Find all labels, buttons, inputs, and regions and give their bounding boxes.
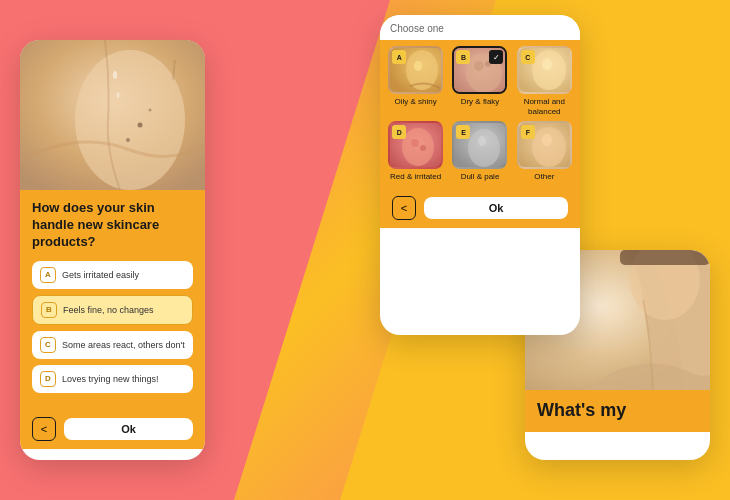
skin-types-card: Choose one A	[380, 15, 580, 335]
skin-type-item-b[interactable]: B ✓ Dry & flaky	[450, 46, 509, 116]
option-text-b: Feels fine, no changes	[63, 305, 154, 315]
opt-label-e: E	[456, 125, 470, 139]
checkmark-b: ✓	[489, 50, 503, 64]
svg-point-5	[126, 138, 130, 142]
opt-label-b: B	[456, 50, 470, 64]
skin-type-item-c[interactable]: C Normal and balanced	[515, 46, 574, 116]
option-label-d: D	[40, 371, 56, 387]
card1-back-button[interactable]: <	[32, 417, 56, 441]
option-text-c: Some areas react, others don't	[62, 340, 185, 350]
card2-ok-button[interactable]: Ok	[424, 197, 568, 219]
skincare-quiz-card: How does your skin handle new skincare p…	[20, 40, 205, 460]
svg-point-23	[478, 136, 486, 146]
skin-type-item-e[interactable]: E Dull & pale	[450, 121, 509, 182]
skin-type-label-b: Dry & flaky	[461, 97, 500, 107]
skin-type-label-e: Dull & pale	[461, 172, 500, 182]
svg-point-18	[402, 128, 434, 166]
svg-point-1	[75, 50, 185, 190]
option-label-c: C	[40, 337, 56, 353]
card2-back-button[interactable]: <	[392, 196, 416, 220]
option-text-d: Loves trying new things!	[62, 374, 159, 384]
svg-point-19	[411, 139, 419, 147]
svg-point-22	[468, 129, 500, 167]
skin-type-label-a: Oily & shiny	[395, 97, 437, 107]
svg-point-26	[542, 134, 552, 146]
card2-nav: < Ok	[380, 188, 580, 228]
skin-type-item-a[interactable]: A Oily & shiny	[386, 46, 445, 116]
skin-type-img-e: E	[452, 121, 507, 169]
card1-ok-button[interactable]: Ok	[64, 418, 193, 440]
choose-header: Choose one	[380, 15, 580, 40]
card1-content: How does your skin handle new skincare p…	[20, 190, 205, 409]
svg-point-3	[117, 92, 120, 98]
option-label-a: A	[40, 267, 56, 283]
opt-label-c: C	[521, 50, 535, 64]
svg-point-2	[113, 71, 117, 79]
skin-type-img-b: B ✓	[452, 46, 507, 94]
skin-photo-section	[20, 40, 205, 190]
whats-my-text: What's my	[537, 400, 698, 422]
answer-option-d[interactable]: D Loves trying new things!	[32, 365, 193, 393]
card1-question: How does your skin handle new skincare p…	[32, 200, 193, 251]
skin-type-label-d: Red & irritated	[390, 172, 441, 182]
choose-label: Choose one	[390, 23, 444, 34]
svg-point-12	[474, 61, 484, 71]
card3-bottom: What's my	[525, 390, 710, 432]
cards-container: How does your skin handle new skincare p…	[0, 0, 730, 500]
skin-type-label-f: Other	[534, 172, 554, 182]
opt-label-d: D	[392, 125, 406, 139]
skin-types-grid: A Oily & shiny	[380, 40, 580, 188]
skin-type-img-c: C	[517, 46, 572, 94]
svg-point-6	[149, 109, 152, 112]
answer-option-a[interactable]: A Gets irritated easily	[32, 261, 193, 289]
skin-type-item-d[interactable]: D Red & irritated	[386, 121, 445, 182]
svg-point-9	[414, 61, 422, 71]
svg-point-25	[532, 127, 566, 167]
svg-point-16	[542, 58, 552, 70]
svg-point-4	[138, 123, 143, 128]
opt-label-f: F	[521, 125, 535, 139]
answer-option-c[interactable]: C Some areas react, others don't	[32, 331, 193, 359]
skin-silhouette-svg	[20, 40, 205, 190]
answer-option-b[interactable]: B Feels fine, no changes	[32, 295, 193, 325]
skin-type-item-f[interactable]: F Other	[515, 121, 574, 182]
card1-nav: < Ok	[20, 409, 205, 449]
skin-type-img-a: A	[388, 46, 443, 94]
skin-photo-1	[20, 40, 205, 190]
option-text-a: Gets irritated easily	[62, 270, 139, 280]
svg-rect-30	[620, 250, 710, 265]
svg-point-15	[532, 50, 566, 90]
skin-type-label-c: Normal and balanced	[515, 97, 574, 116]
svg-point-20	[420, 145, 426, 151]
option-label-b: B	[41, 302, 57, 318]
opt-label-a: A	[392, 50, 406, 64]
skin-type-img-d: D	[388, 121, 443, 169]
skin-type-img-f: F	[517, 121, 572, 169]
